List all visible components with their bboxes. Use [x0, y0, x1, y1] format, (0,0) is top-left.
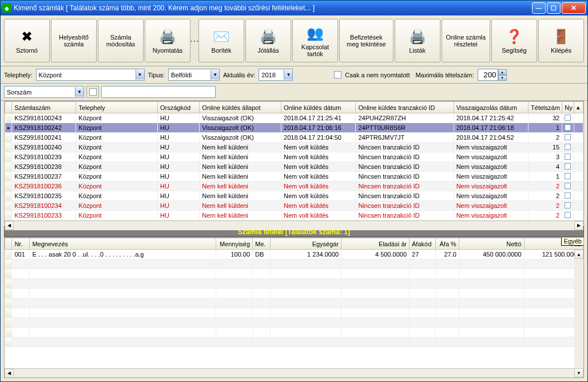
cell-tetelszam: 1	[529, 172, 562, 182]
cell-ny[interactable]	[562, 143, 574, 152]
cell-pad	[574, 162, 583, 172]
helyesbito-button[interactable]: Helyesbítő számla	[51, 19, 97, 62]
detail-hscroll[interactable]: ◀ ▶	[5, 368, 583, 377]
befizetesek-button[interactable]: Befizetések meg tekintése	[339, 19, 394, 62]
search-input[interactable]	[101, 86, 216, 98]
table-row[interactable]: KSZ9918100240KözpontHUNem kell küldeniNe…	[5, 143, 583, 152]
col-ny[interactable]: Ny	[562, 102, 574, 113]
vscroll-track[interactable]	[574, 259, 583, 368]
table-row[interactable]: 001E . . . asak 20 0 . .ul. . . .0 . . .…	[5, 250, 583, 259]
cell-ny[interactable]	[562, 201, 574, 211]
minimize-button[interactable]: —	[532, 2, 546, 14]
cell-ny[interactable]	[562, 211, 574, 220]
spinner-down[interactable]: ▼	[498, 75, 507, 81]
table-row[interactable]: KSZ9918100241KözpontHUVisszaigazolt (OK)…	[5, 133, 583, 143]
hscroll[interactable]: ◀ ▶	[5, 220, 583, 230]
dcol-mennyiseg[interactable]: Mennyiség	[216, 238, 253, 250]
dcol-eladasi-ar[interactable]: Eladási ár	[341, 238, 410, 250]
table-row[interactable]: KSZ9918100238KözpontHUNem kell küldeniNe…	[5, 162, 583, 172]
nyomtatas-button[interactable]: 🖨️Nyomtatás	[145, 19, 190, 62]
telephely-combo[interactable]: Központ▼	[36, 69, 145, 81]
table-row[interactable]: KSZ9918100236KözpontHUNem kell küldeniNe…	[5, 182, 583, 191]
table-row-empty	[5, 308, 583, 318]
table-row-empty	[5, 269, 583, 279]
close-button[interactable]: ✕	[562, 2, 586, 14]
scroll-track[interactable]	[14, 369, 574, 378]
cell-ny[interactable]	[562, 172, 574, 182]
scroll-left-button[interactable]: ◀	[5, 221, 14, 230]
search-checkbox[interactable]	[89, 88, 97, 96]
dcol-nr[interactable]: Nr.	[12, 238, 30, 250]
cell-tranzakcio: Nincsen tranzakció ID	[356, 182, 454, 191]
aktualis-ev-combo[interactable]: 2018▼	[259, 69, 293, 81]
cell-ny[interactable]	[562, 191, 574, 201]
table-row[interactable]: KSZ9918100243KözpontHUVisszaigazolt (OK)…	[5, 113, 583, 123]
csak-nem-nyomtatott-checkbox[interactable]	[334, 71, 341, 78]
dcol-egysegar[interactable]: Egységár	[271, 238, 341, 250]
cell-ny[interactable]	[562, 182, 574, 191]
kilepes-button[interactable]: 🚪Kilépés	[538, 19, 584, 62]
segitseg-button[interactable]: ❓Segítség	[491, 19, 537, 62]
table-row[interactable]: ▸KSZ9918100242KözpontHUVisszaigazolt (OK…	[5, 123, 583, 133]
col-online-tranzakcio[interactable]: Online küldés tranzakció ID	[356, 102, 454, 113]
cell-tranzakcio: Nincsen tranzakció ID	[356, 191, 454, 201]
max-tetel-input[interactable]	[478, 69, 498, 81]
spinner-up[interactable]: ▲	[498, 69, 507, 75]
table-row[interactable]: KSZ9918100233KözpontHUNem kell küldeniNe…	[5, 211, 583, 220]
cell-ny[interactable]	[562, 133, 574, 143]
cell-datum: Nem volt küldés	[281, 211, 356, 220]
cell-tranzakcio: Nincsen tranzakció ID	[356, 211, 454, 220]
cell-datum: 2018.04.17 21:06:16	[281, 123, 356, 133]
col-tetelszam[interactable]: Tételszám	[529, 102, 562, 113]
dcell-nr: 001	[12, 250, 30, 259]
col-szamlaszam[interactable]: Számlaszám	[12, 102, 76, 113]
table-row[interactable]: KSZ9918100239KözpontHUNem kell küldeniNe…	[5, 152, 583, 162]
dcol-afa-pct[interactable]: Áfa %	[435, 238, 459, 250]
helyesbito-label: Helyesbítő számla	[55, 34, 93, 48]
col-orszagkod[interactable]: Országkód	[157, 102, 199, 113]
dcol-me[interactable]: Me.	[253, 238, 271, 250]
jotallas-button[interactable]: 🖨️Jótállás	[245, 19, 291, 62]
modositas-button[interactable]: Számla módosítás	[98, 19, 144, 62]
max-tetel-spinner[interactable]: ▲▼	[478, 69, 507, 81]
col-telephely[interactable]: Telephely	[76, 102, 158, 113]
cell-tetelszam: 1	[529, 123, 562, 133]
dcell-egysegar: 1 234.0000	[271, 250, 341, 259]
online-button[interactable]: Online számla részletei	[442, 19, 490, 62]
storno-button[interactable]: ✖Sztornó	[4, 19, 50, 62]
dcol-megnevezes[interactable]: Megnevezés	[30, 238, 216, 250]
col-visszaigazolas[interactable]: Visszaigazolás dátum	[454, 102, 528, 113]
dcol-afakod[interactable]: Áfakód	[410, 238, 435, 250]
table-row[interactable]: KSZ9918100235KözpontHUNem kell küldeniNe…	[5, 191, 583, 201]
cell-tetelszam: 15	[529, 143, 562, 152]
cell-ny[interactable]	[562, 162, 574, 172]
cell-orszagkod: HU	[157, 133, 199, 143]
col-scroll: ▴	[574, 102, 583, 113]
cell-datum: 2018.04.17 21:25:41	[281, 113, 356, 123]
detail-vscroll[interactable]: ▲ ▼	[574, 250, 583, 377]
table-row[interactable]: KSZ9918100234KözpontHUNem kell küldeniNe…	[5, 201, 583, 211]
col-online-allapot[interactable]: Online küldés állapot	[200, 102, 281, 113]
boritek-button[interactable]: ✉️Boríték	[198, 19, 244, 62]
scroll-right-button[interactable]: ▶	[574, 221, 583, 230]
cell-orszagkod: HU	[157, 211, 199, 220]
scroll-up-button[interactable]: ▲	[574, 250, 583, 259]
cell-ny[interactable]	[562, 152, 574, 162]
cell-ny[interactable]	[562, 123, 574, 133]
dcol-netto[interactable]: Nettó	[459, 238, 524, 250]
cell-ny[interactable]	[562, 113, 574, 123]
col-online-datum[interactable]: Online küldés dátum	[281, 102, 356, 113]
rowmark	[5, 182, 12, 191]
maximize-button[interactable]: ☐	[547, 2, 561, 14]
cell-szamlaszam: KSZ9918100239	[12, 152, 76, 162]
sort-combo[interactable]: Sorszám▼	[4, 86, 84, 98]
listak-button[interactable]: 🖨️Listák	[395, 19, 440, 62]
scroll-down-button[interactable]: ▼	[574, 368, 583, 377]
scroll-left-button[interactable]: ◀	[5, 369, 14, 378]
tipus-combo[interactable]: Belföldi▼	[168, 69, 220, 81]
cell-telephely: Központ	[76, 182, 158, 191]
kapcsolat-button[interactable]: 👥Kapcsolat tartók	[292, 19, 338, 62]
table-row[interactable]: KSZ9918100237KözpontHUNem kell küldeniNe…	[5, 172, 583, 182]
scroll-track[interactable]	[14, 221, 574, 230]
cell-visszaigazolas: Nem visszaigazolt	[454, 172, 528, 182]
